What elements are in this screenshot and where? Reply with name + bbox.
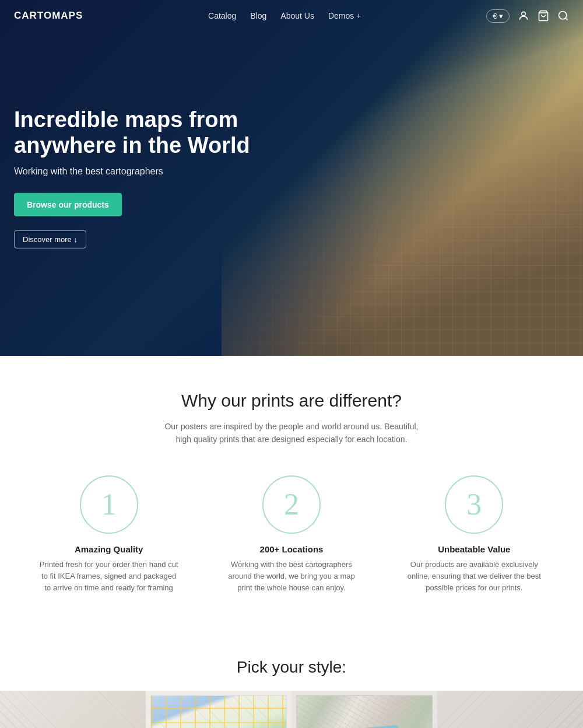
feature-desc-2: Working with the best cartographers arou… (222, 559, 361, 594)
nav-item-blog[interactable]: Blog (250, 11, 266, 20)
feature-circle-1: 1 (80, 475, 138, 534)
currency-label: € ▾ (493, 12, 503, 20)
pick-section: Pick your style: Street Maps Terra (0, 629, 583, 728)
feature-title-3: Unbeatable Value (438, 544, 510, 554)
navbar: CARTOMAPS Catalog Blog About Us Demos + … (0, 0, 583, 32)
pick-title: Pick your style: (0, 658, 583, 677)
hero-title: Incredible maps from anywhere in the Wor… (14, 107, 259, 158)
pick-card-partial-right[interactable] (437, 691, 583, 728)
feature-title-2: 200+ Locations (260, 544, 324, 554)
brand-logo: CARTOMAPS (14, 10, 83, 22)
svg-point-0 (522, 12, 526, 16)
feature-quality: 1 Amazing Quality Printed fresh for your… (23, 475, 194, 594)
features-row: 1 Amazing Quality Printed fresh for your… (23, 475, 560, 594)
search-button[interactable] (557, 10, 569, 22)
feature-desc-3: Our products are available exclusively o… (404, 559, 544, 594)
pick-card-street[interactable]: Street Maps (146, 691, 292, 728)
browse-products-button[interactable]: Browse our products (14, 193, 122, 216)
nav-item-catalog[interactable]: Catalog (208, 11, 236, 20)
pick-card-partial-left[interactable] (0, 691, 146, 728)
feature-desc-1: Printed fresh for your order then hand c… (39, 559, 179, 594)
currency-selector[interactable]: € ▾ (486, 9, 510, 23)
svg-line-3 (566, 18, 568, 20)
nav-item-about[interactable]: About Us (280, 11, 314, 20)
why-section: Why our prints are different? Our poster… (0, 356, 583, 629)
why-description: Our posters are inspired by the people a… (163, 420, 420, 446)
svg-point-2 (559, 12, 567, 19)
nav-links: Catalog Blog About Us Demos + (208, 11, 361, 20)
pick-card-terrain[interactable]: Terrain Maps (292, 691, 437, 728)
feature-locations: 2 200+ Locations Working with the best c… (206, 475, 377, 594)
hero-subtitle: Working with the best cartographers (14, 166, 259, 177)
hero-content: Incredible maps from anywhere in the Wor… (14, 107, 259, 249)
discover-more-button[interactable]: Discover more ↓ (14, 230, 86, 249)
feature-title-1: Amazing Quality (75, 544, 143, 554)
feature-circle-3: 3 (445, 475, 503, 534)
feature-value: 3 Unbeatable Value Our products are avai… (389, 475, 560, 594)
navbar-icons: € ▾ (486, 9, 569, 23)
cart-button[interactable] (538, 10, 549, 22)
account-button[interactable] (518, 10, 529, 22)
nav-item-demos[interactable]: Demos + (328, 11, 361, 20)
feature-circle-2: 2 (262, 475, 321, 534)
hero-section: CARTOMAPS Catalog Blog About Us Demos + … (0, 0, 583, 356)
why-title: Why our prints are different? (23, 391, 560, 411)
pick-grid: Street Maps Terrain Maps (0, 691, 583, 728)
